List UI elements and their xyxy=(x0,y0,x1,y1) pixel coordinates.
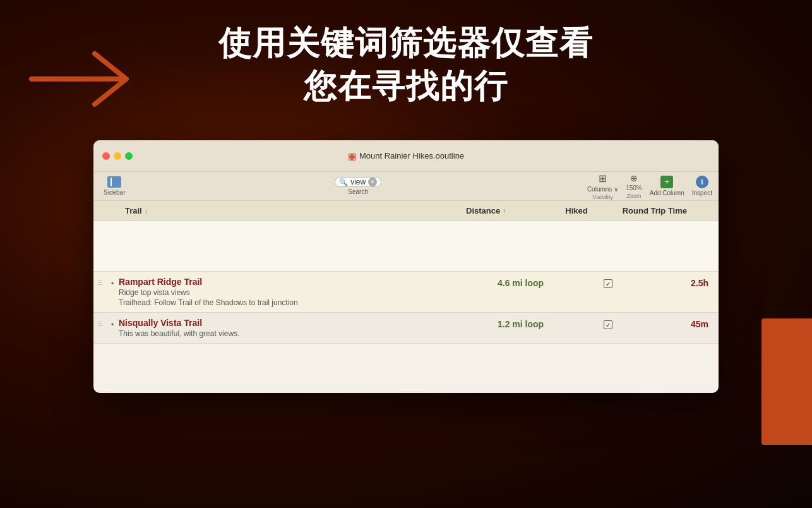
toolbar-right: ⊞ Columns ∨ Visibility ⊕ 150% Zoom + Add… xyxy=(587,172,712,200)
zoom-label: Zoom xyxy=(626,193,641,199)
sidebar-label: Sidebar xyxy=(104,189,125,196)
hero-title: 使用关键词筛选器仅查看 您在寻找的行 xyxy=(0,22,812,107)
trail-sub2: Trailhead: Follow Trail of the Shadows t… xyxy=(119,298,498,307)
traffic-lights xyxy=(93,152,133,160)
hiked-checkbox[interactable]: ✓ xyxy=(604,279,612,288)
sidebar-icon xyxy=(107,176,121,188)
trail-roundtrip: 45m xyxy=(636,318,719,329)
minimize-button[interactable] xyxy=(114,152,121,160)
col-header-distance[interactable]: Distance ↑ xyxy=(466,206,548,215)
toolbar: Sidebar 🔍 view ✕ Search ⊞ Columns ∨ Visi… xyxy=(93,172,719,201)
hiked-checkbox[interactable]: ✓ xyxy=(604,320,612,329)
trail-name[interactable]: Rampart Ridge Trail xyxy=(119,277,498,287)
row-content: Rampart Ridge Trail Ridge top vista view… xyxy=(119,277,498,307)
table-row: ☰ • Nisqually Vista Trail This was beaut… xyxy=(93,313,719,344)
row-bullet: • xyxy=(106,277,119,288)
table-row: ☰ • Rampart Ridge Trail Ridge top vista … xyxy=(93,272,719,313)
search-query: view xyxy=(350,178,366,186)
search-icon: 🔍 xyxy=(339,178,348,186)
search-bar[interactable]: 🔍 view ✕ xyxy=(335,177,381,187)
trail-hiked: ✓ xyxy=(580,277,636,288)
row-grip: ☰ xyxy=(93,318,106,327)
inspect-label: Inspect xyxy=(692,190,712,197)
app-window: ▦ Mount Rainier Hikes.ooutline Sidebar 🔍… xyxy=(93,140,719,393)
col-header-roundtrip[interactable]: Round Trip Time xyxy=(605,206,687,215)
trail-hiked: ✓ xyxy=(580,318,636,329)
column-headers: Trail ↓ Distance ↑ Hiked Round Trip Time xyxy=(93,201,719,221)
inspect-button[interactable]: i Inspect xyxy=(692,176,712,197)
row-grip: ☰ xyxy=(93,277,106,286)
sidebar-button[interactable]: Sidebar xyxy=(100,174,129,198)
zoom-value: 150% xyxy=(626,184,642,191)
row-content: Nisqually Vista Trail This was beautiful… xyxy=(119,318,498,338)
orange-corner-decoration xyxy=(761,318,812,445)
zoom-icon: ⊕ xyxy=(630,173,638,183)
window-title: ▦ Mount Rainier Hikes.ooutline xyxy=(348,151,464,161)
add-column-icon: + xyxy=(660,176,673,188)
trail-distance: 1.2 mi loop xyxy=(498,318,580,329)
trail-name[interactable]: Nisqually Vista Trail xyxy=(119,318,498,328)
search-label: Search xyxy=(348,188,368,195)
empty-rows xyxy=(93,221,719,272)
trail-sub1: This was beautiful, with great views. xyxy=(119,329,498,338)
columns-button[interactable]: ⊞ Columns ∨ Visibility xyxy=(587,172,618,200)
distance-sort-icon: ↑ xyxy=(503,207,506,214)
maximize-button[interactable] xyxy=(125,152,133,160)
trail-distance: 4.6 mi loop xyxy=(498,277,580,288)
file-icon: ▦ xyxy=(348,151,356,161)
trail-sort-icon: ↓ xyxy=(145,207,148,214)
close-button[interactable] xyxy=(102,152,110,160)
titlebar: ▦ Mount Rainier Hikes.ooutline xyxy=(93,140,719,172)
columns-icon: ⊞ xyxy=(599,172,607,184)
add-column-label: Add Column xyxy=(650,190,684,197)
add-column-button[interactable]: + Add Column xyxy=(650,176,684,197)
visibility-label: Visibility xyxy=(592,194,612,200)
title-line2: 您在寻找的行 xyxy=(0,65,812,108)
inspect-icon: i xyxy=(696,176,708,188)
title-line1: 使用关键词筛选器仅查看 xyxy=(0,22,812,65)
table-area: Trail ↓ Distance ↑ Hiked Round Trip Time… xyxy=(93,201,719,393)
trail-sub1: Ridge top vista views xyxy=(119,288,498,297)
columns-label: Columns ∨ xyxy=(587,186,618,193)
row-bullet: • xyxy=(106,318,119,329)
col-header-hiked[interactable]: Hiked xyxy=(548,206,605,215)
trail-roundtrip: 2.5h xyxy=(636,277,719,288)
zoom-button[interactable]: ⊕ 150% Zoom xyxy=(626,173,642,199)
search-clear-button[interactable]: ✕ xyxy=(368,178,377,186)
window-filename: Mount Rainier Hikes.ooutline xyxy=(359,151,464,160)
col-header-trail[interactable]: Trail ↓ xyxy=(125,206,466,215)
